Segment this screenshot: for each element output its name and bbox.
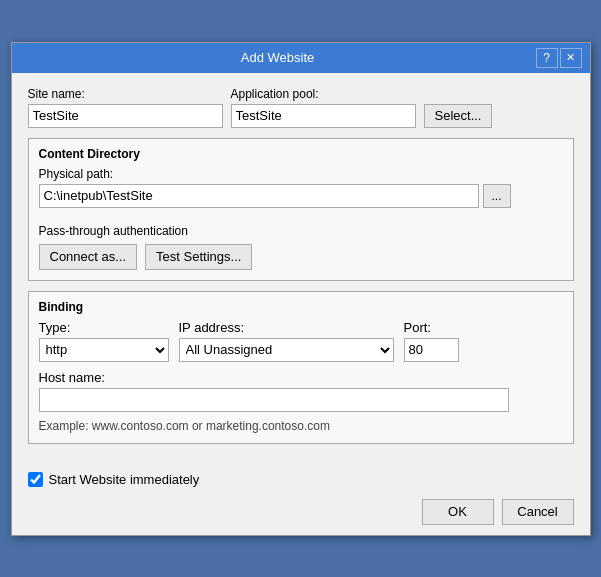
- type-select[interactable]: http https: [39, 338, 169, 362]
- site-app-pool-row: Site name: Application pool: Select...: [28, 87, 574, 128]
- physical-path-group: Physical path: ...: [39, 167, 563, 216]
- help-button[interactable]: ?: [536, 48, 558, 68]
- select-button[interactable]: Select...: [424, 104, 493, 128]
- binding-main-row: Type: http https IP address: All Unassig…: [39, 320, 563, 362]
- app-pool-group: Application pool:: [231, 87, 416, 128]
- ip-select[interactable]: All Unassigned: [179, 338, 394, 362]
- content-directory-section: Content Directory Physical path: ... Pas…: [28, 138, 574, 281]
- browse-button[interactable]: ...: [483, 184, 511, 208]
- ok-cancel-row: OK Cancel: [28, 499, 574, 525]
- dialog-title: Add Website: [20, 50, 536, 65]
- physical-path-label: Physical path:: [39, 167, 563, 181]
- start-website-row: Start Website immediately: [28, 472, 574, 487]
- host-name-label: Host name:: [39, 370, 563, 385]
- host-name-group: Host name: Example: www.contoso.com or m…: [39, 370, 563, 433]
- content-directory-label: Content Directory: [39, 147, 563, 161]
- site-name-input[interactable]: [28, 104, 223, 128]
- dialog-add-website: Add Website ? ✕ Site name: Application p…: [11, 42, 591, 536]
- test-settings-button[interactable]: Test Settings...: [145, 244, 252, 270]
- connect-as-button[interactable]: Connect as...: [39, 244, 138, 270]
- close-button[interactable]: ✕: [560, 48, 582, 68]
- port-input[interactable]: [404, 338, 459, 362]
- connect-test-row: Connect as... Test Settings...: [39, 244, 563, 270]
- app-pool-input[interactable]: [231, 104, 416, 128]
- type-group: Type: http https: [39, 320, 169, 362]
- binding-label: Binding: [39, 300, 563, 314]
- site-name-label: Site name:: [28, 87, 223, 101]
- physical-path-row: ...: [39, 184, 563, 208]
- port-group: Port:: [404, 320, 459, 362]
- site-name-group: Site name:: [28, 87, 223, 128]
- ip-group: IP address: All Unassigned: [179, 320, 394, 362]
- dialog-body: Site name: Application pool: Select... C…: [12, 73, 590, 464]
- title-bar-controls: ? ✕: [536, 48, 582, 68]
- title-bar: Add Website ? ✕: [12, 43, 590, 73]
- ok-button[interactable]: OK: [422, 499, 494, 525]
- physical-path-input[interactable]: [39, 184, 479, 208]
- cancel-button[interactable]: Cancel: [502, 499, 574, 525]
- app-pool-label: Application pool:: [231, 87, 416, 101]
- binding-section: Binding Type: http https IP address: All…: [28, 291, 574, 444]
- example-text: Example: www.contoso.com or marketing.co…: [39, 419, 563, 433]
- type-label: Type:: [39, 320, 169, 335]
- port-label: Port:: [404, 320, 459, 335]
- start-website-label: Start Website immediately: [49, 472, 200, 487]
- start-website-checkbox[interactable]: [28, 472, 43, 487]
- ip-label: IP address:: [179, 320, 394, 335]
- pass-through-label: Pass-through authentication: [39, 224, 563, 238]
- footer-area: Start Website immediately OK Cancel: [12, 464, 590, 535]
- host-name-input[interactable]: [39, 388, 509, 412]
